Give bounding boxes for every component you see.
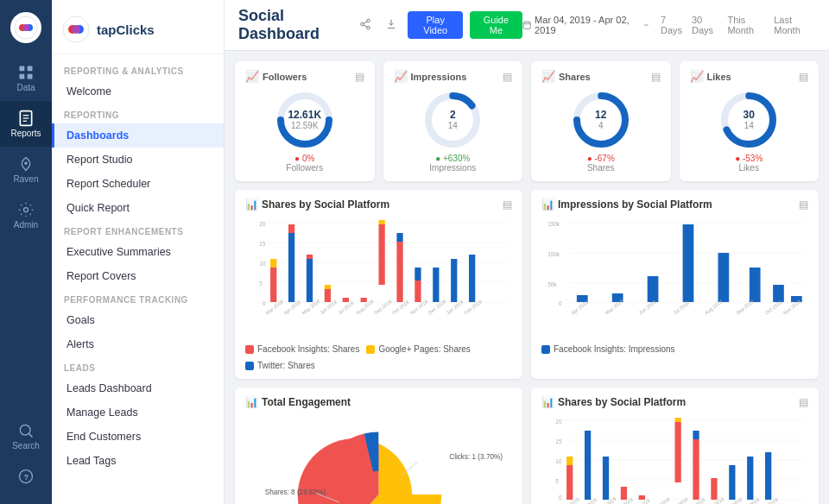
svg-rect-56 [325,285,331,289]
svg-text:15: 15 [259,241,265,247]
metric-cal-followers[interactable]: ▤ [355,71,364,83]
chart-icon-impressions: 📊 [541,198,554,211]
metric-cal-shares[interactable]: ▤ [651,71,661,83]
nav-item-reports[interactable]: Reports [0,101,52,147]
sidebar-item-lead-tags[interactable]: Lead Tags [52,449,224,473]
svg-rect-123 [566,465,573,500]
nav-label-raven: Raven [14,174,39,184]
nav-item-admin[interactable]: Admin [0,192,52,238]
legend-item-fb-shares: Facebook Insights: Shares [245,344,359,354]
brand-text: tapClicks [97,22,155,37]
chart-area-shares: 20 15 10 5 0 [245,216,512,339]
svg-text:0: 0 [559,300,562,306]
metric-delta-shares: ● -67% [587,154,615,163]
svg-rect-91 [648,276,659,302]
chart-shares-platform-2: 📊 Shares by Social Platform ▤ 20 15 10 5… [531,387,819,504]
svg-rect-62 [396,242,402,302]
svg-text:Sep 2018: Sep 2018 [373,299,392,316]
metric-cal-likes[interactable]: ▤ [799,71,808,83]
share-button[interactable] [356,16,375,35]
metric-delta-impressions: ● +630% [435,154,470,163]
metric-label-likes: Likes [690,163,809,173]
date-range-text: Mar 04, 2019 - Apr 02, 2019 [535,15,639,35]
topbar: Social Dashboard Play Video Guide Me Mar… [225,0,829,51]
svg-text:50k: 50k [547,281,557,287]
quick-last-month[interactable]: Last Month [774,15,815,35]
legend-dot-fb-imp [541,345,550,354]
sidebar-item-leads-dashboard[interactable]: Leads Dashboard [52,376,224,400]
svg-rect-131 [693,439,699,500]
svg-rect-136 [765,452,771,500]
icon-nav: Data Reports Raven Admin Search ? [0,0,52,504]
svg-rect-127 [621,487,627,500]
nav-item-search[interactable]: Search [0,413,52,459]
svg-text:20: 20 [555,419,561,425]
svg-rect-130 [675,418,681,422]
sidebar-item-quick-report[interactable]: Quick Report [52,196,224,220]
svg-text:5: 5 [259,280,263,287]
chart-cal-shares[interactable]: ▤ [503,198,512,211]
svg-text:Jul 2018: Jul 2018 [337,300,354,316]
svg-text:?: ? [24,473,29,482]
metric-icon-followers: 📈 [245,70,259,83]
sidebar-item-report-studio[interactable]: Report Studio [52,148,224,172]
date-quick-links: 7 Days 30 Days This Month Last Month [661,15,815,35]
guide-me-button[interactable]: Guide Me [470,11,522,39]
section-performance: PERFORMANCE TRACKING [52,288,224,308]
quick-this-month[interactable]: This Month [727,15,769,35]
main-content: Social Dashboard Play Video Guide Me Mar… [225,0,829,504]
brand-header: tapClicks [52,7,224,54]
svg-text:150k: 150k [547,221,560,227]
sidebar-item-report-covers[interactable]: Report Covers [52,264,224,288]
metrics-row: 📈 Followers ▤ 12.61K 12.59K [235,61,819,181]
svg-text:0: 0 [263,300,266,306]
play-video-button[interactable]: Play Video [408,11,463,39]
sidebar-section-reporting: Reporting & Analytics [52,60,224,79]
nav-item-data[interactable]: Data [0,55,52,101]
svg-rect-7 [28,74,33,79]
nav-item-raven[interactable]: Raven [0,147,52,192]
svg-text:10: 10 [555,458,561,464]
sidebar-item-goals[interactable]: Goals [52,308,224,332]
svg-point-21 [72,25,80,34]
chart-cal-impressions[interactable]: ▤ [799,198,808,211]
svg-rect-67 [451,259,457,302]
svg-rect-134 [729,465,735,500]
nav-label-reports: Reports [10,129,41,138]
svg-rect-65 [414,268,421,280]
donut-likes: 30 14 [690,90,809,150]
metric-card-impressions: 📈 Impressions ▤ 2 14 [383,61,523,181]
legend-dot-gplus [366,345,375,354]
svg-text:100k: 100k [547,251,560,257]
download-button[interactable] [382,16,401,35]
sidebar-item-exec-summaries[interactable]: Executive Summaries [52,240,224,264]
metric-main-followers: 12.61K [288,109,321,121]
section-reporting: REPORTING [52,104,224,123]
chart-title-impressions: Impressions by Social Platform [558,198,712,211]
metric-sub-impressions: 14 [448,121,458,131]
sidebar-item-report-scheduler[interactable]: Report Scheduler [52,172,224,196]
sidebar-item-dashboards[interactable]: Dashboards [52,123,224,148]
metric-icon-impressions: 📈 [394,70,408,83]
sidebar-item-welcome[interactable]: Welcome [52,79,224,104]
chart-cal-shares2[interactable]: ▤ [799,396,808,408]
svg-line-26 [364,21,367,22]
topbar-right: Mar 04, 2019 - Apr 02, 2019 7 Days 30 Da… [522,15,815,35]
svg-rect-125 [585,431,591,500]
svg-rect-53 [307,259,313,302]
svg-rect-52 [288,224,294,233]
quick-7days[interactable]: 7 Days [661,15,687,35]
svg-rect-6 [20,74,25,79]
sidebar-item-end-customers[interactable]: End Customers [52,425,224,449]
metric-sub-followers: 12.59K [288,121,321,131]
svg-rect-63 [396,233,402,242]
svg-rect-135 [747,457,753,500]
metric-label-impressions: Impressions [394,163,513,173]
quick-30days[interactable]: 30 Days [692,15,722,35]
metric-cal-impressions[interactable]: ▤ [503,71,512,83]
legend-label-fb: Facebook Insights: Shares [257,344,359,354]
svg-point-22 [367,19,370,22]
sidebar-item-alerts[interactable]: Alerts [52,332,224,356]
sidebar-item-manage-leads[interactable]: Manage Leads [52,400,224,425]
nav-item-help[interactable]: ? [0,459,52,495]
